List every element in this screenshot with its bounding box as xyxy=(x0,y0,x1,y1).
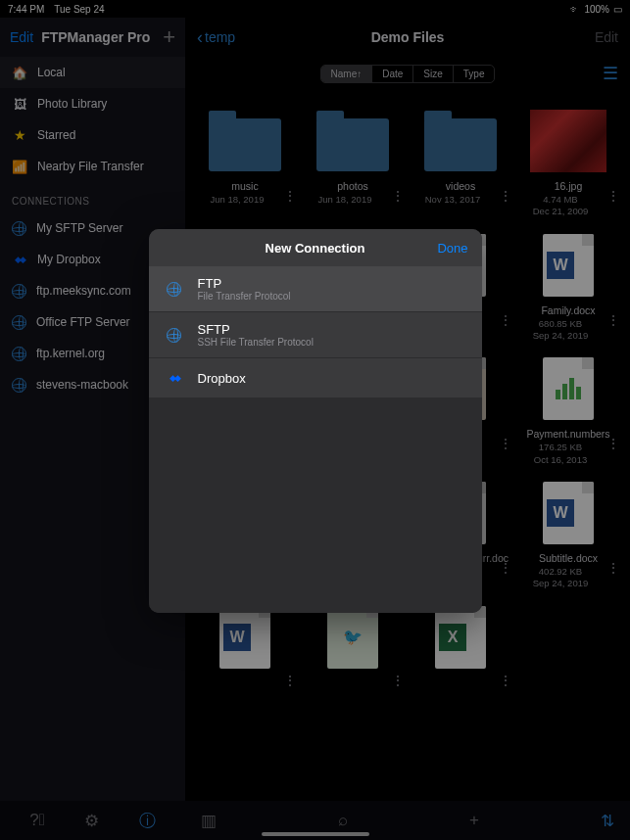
globe-icon xyxy=(167,282,181,297)
connection-type-sftp[interactable]: SFTPSSH File Transfer Protocol xyxy=(149,312,482,358)
option-subtitle: File Transfer Protocol xyxy=(198,291,291,302)
new-connection-modal: New Connection Done FTPFile Transfer Pro… xyxy=(149,229,482,613)
dropbox-icon xyxy=(167,370,182,386)
modal-done-button[interactable]: Done xyxy=(437,241,467,256)
modal-title: New Connection xyxy=(266,241,365,256)
option-label: SFTP xyxy=(198,322,314,337)
modal-overlay[interactable]: New Connection Done FTPFile Transfer Pro… xyxy=(0,0,630,840)
home-indicator[interactable] xyxy=(262,832,369,836)
option-label: FTP xyxy=(198,276,291,291)
option-label: Dropbox xyxy=(198,371,246,386)
option-subtitle: SSH File Transfer Protocol xyxy=(198,337,314,348)
globe-icon xyxy=(167,328,181,343)
connection-type-dropbox[interactable]: Dropbox xyxy=(149,358,482,397)
connection-type-ftp[interactable]: FTPFile Transfer Protocol xyxy=(149,266,482,312)
